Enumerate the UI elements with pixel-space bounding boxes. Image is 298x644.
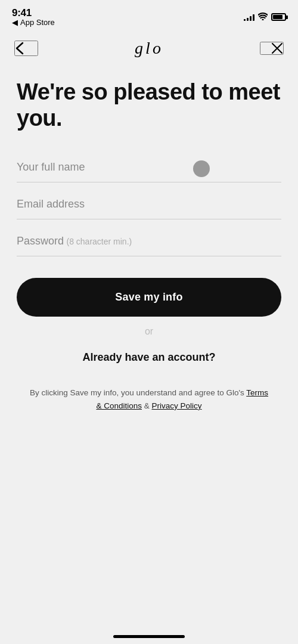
name-label: Your full name (17, 161, 85, 173)
nav-header: glo (0, 29, 298, 67)
status-bar: 9:41 ◀ App Store (0, 0, 298, 29)
form-section: Your full name Email address Password (8… (17, 155, 281, 256)
cursor-indicator (193, 160, 210, 177)
footer-prefix: By clicking Save my info, you understand… (30, 388, 246, 397)
signal-bar-4 (253, 14, 254, 21)
already-have-account-button[interactable]: Already have an account? (17, 346, 281, 369)
save-button[interactable]: Save my info (17, 278, 281, 317)
email-field-wrapper: Email address (17, 192, 281, 219)
back-arrow-icon: ◀ (12, 18, 18, 27)
home-indicator (113, 635, 185, 638)
signal-bar-2 (247, 18, 249, 21)
footer-legal: By clicking Save my info, you understand… (17, 369, 281, 418)
wifi-icon (258, 13, 268, 22)
or-divider: or (17, 326, 281, 337)
status-app-store: ◀ App Store (12, 18, 55, 27)
status-right (244, 13, 286, 22)
signal-bar-3 (250, 16, 252, 21)
signal-bars-icon (244, 14, 254, 21)
email-label: Email address (17, 198, 85, 210)
main-content: We're so pleased to meet you. Your full … (0, 67, 298, 419)
password-label: Password (17, 235, 64, 247)
battery-fill (273, 15, 283, 19)
signal-bar-1 (244, 19, 246, 21)
password-field-wrapper: Password (8 character min.) (17, 229, 281, 256)
brand-logo: glo (135, 39, 163, 58)
headline: We're so pleased to meet you. (17, 79, 281, 131)
chevron-left-icon (15, 42, 24, 55)
app-store-label: App Store (20, 18, 55, 27)
close-button[interactable] (260, 42, 284, 55)
name-field-wrapper: Your full name (17, 155, 281, 182)
footer-separator: & (142, 401, 152, 410)
back-button[interactable] (14, 41, 38, 56)
status-time: 9:41 (12, 7, 55, 19)
password-hint: (8 character min.) (66, 237, 132, 246)
status-left: 9:41 ◀ App Store (12, 7, 55, 27)
battery-icon (271, 13, 286, 21)
close-icon (272, 43, 283, 54)
privacy-link[interactable]: Privacy Policy (152, 401, 202, 410)
